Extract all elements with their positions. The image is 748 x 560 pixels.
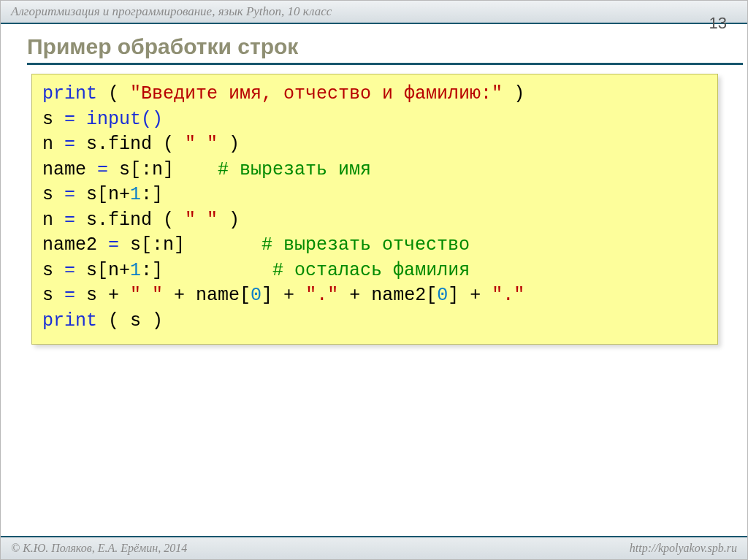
- code-op: =: [53, 260, 86, 281]
- code-text: s +: [86, 285, 130, 306]
- code-text: + name[: [163, 285, 251, 306]
- header-bar: Алгоритмизация и программирование, язык …: [1, 1, 747, 24]
- slide-title: Пример обработки строк: [27, 34, 298, 59]
- code-text: ] +: [448, 285, 492, 306]
- code-string: "Введите имя, отчество и фамилию:": [130, 83, 503, 104]
- code-block: print ( "Введите имя, отчество и фамилию…: [31, 74, 718, 345]
- code-text: s[n+: [86, 184, 130, 205]
- code-text: s: [42, 109, 53, 130]
- code-text: (: [152, 134, 185, 155]
- code-text: ): [218, 134, 240, 155]
- copyright: © К.Ю. Поляков, Е.А. Ерёмин, 2014: [11, 542, 187, 555]
- slide: Алгоритмизация и программирование, язык …: [0, 0, 748, 560]
- code-string: " ": [185, 134, 218, 155]
- code-op: =: [86, 159, 119, 180]
- code-op: =: [53, 210, 86, 231]
- code-text: :]: [141, 184, 163, 205]
- code-op: =: [53, 109, 86, 130]
- code-text: s: [42, 260, 53, 281]
- code-kw-print: print: [42, 310, 97, 331]
- code-text: ( s ): [97, 310, 163, 331]
- code-number: 1: [130, 184, 141, 205]
- code-text: ): [503, 83, 524, 104]
- code-text: s: [42, 184, 53, 205]
- code-text: (: [152, 210, 185, 231]
- code-op: =: [53, 134, 86, 155]
- code-text: name: [42, 159, 86, 180]
- code-text: ): [218, 210, 240, 231]
- code-kw-input: input(): [86, 109, 163, 130]
- code-number: 0: [437, 285, 448, 306]
- code-text: + name2[: [338, 285, 437, 306]
- code-op: =: [97, 234, 130, 256]
- code-kw-print: print: [42, 83, 97, 104]
- code-string: " ": [130, 285, 163, 306]
- course-label: Алгоритмизация и программирование, язык …: [11, 4, 332, 19]
- footer-bar: © К.Ю. Поляков, Е.А. Ерёмин, 2014 http:/…: [1, 536, 747, 559]
- code-text: s: [42, 285, 53, 306]
- code-number: 1: [130, 260, 141, 281]
- code-text: s[:n]: [130, 234, 262, 256]
- code-text: s.find: [86, 134, 152, 155]
- source-url: http://kpolyakov.spb.ru: [630, 542, 737, 555]
- code-number: 0: [251, 285, 262, 306]
- code-text: ] +: [262, 285, 305, 306]
- code-comment: # осталась фамилия: [272, 260, 470, 281]
- code-text: n: [42, 134, 53, 155]
- code-string: ".": [305, 285, 338, 306]
- code-text: name2: [42, 234, 97, 256]
- code-comment: # вырезать имя: [218, 159, 371, 180]
- title-underline: [27, 63, 743, 65]
- code-text: s.find: [86, 210, 152, 231]
- code-string: " ": [185, 210, 218, 231]
- code-op: =: [53, 184, 86, 205]
- code-string: ".": [492, 285, 524, 306]
- code-text: s[n+: [86, 260, 130, 281]
- code-text: n: [42, 210, 53, 231]
- code-text: (: [97, 83, 130, 104]
- slide-number: 13: [709, 14, 727, 33]
- code-op: =: [53, 285, 86, 306]
- code-text: :]: [141, 260, 272, 281]
- code-text: s[:n]: [119, 159, 218, 180]
- code-comment: # вырезать отчество: [262, 234, 470, 256]
